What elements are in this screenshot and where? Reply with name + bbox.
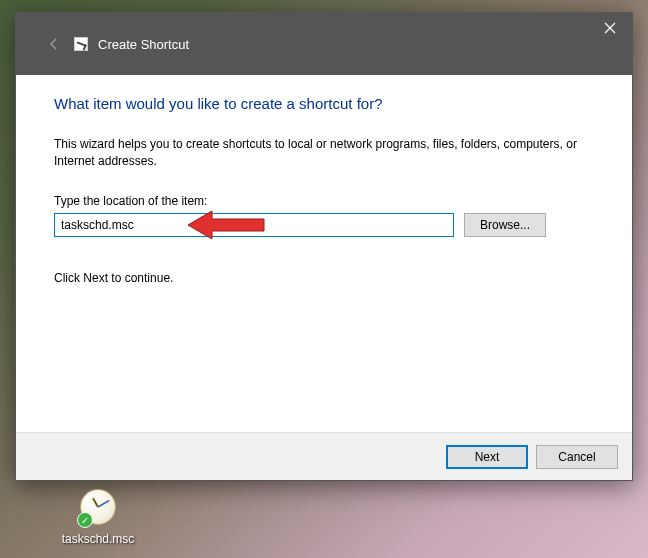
continue-text: Click Next to continue. [54, 271, 594, 285]
check-overlay-icon: ✓ [77, 512, 93, 528]
location-input[interactable] [54, 213, 454, 237]
location-row: Browse... [54, 213, 594, 237]
desktop-shortcut[interactable]: ✓ taskschd.msc [60, 486, 136, 546]
close-button[interactable] [587, 13, 632, 43]
cancel-button[interactable]: Cancel [536, 445, 618, 469]
titlebar: Create Shortcut [16, 13, 632, 75]
task-scheduler-icon: ✓ [77, 486, 119, 528]
dialog-footer: Next Cancel [16, 432, 632, 480]
dialog-content: What item would you like to create a sho… [16, 75, 632, 432]
location-label: Type the location of the item: [54, 194, 594, 208]
create-shortcut-dialog: Create Shortcut What item would you like… [15, 12, 633, 481]
next-button[interactable]: Next [446, 445, 528, 469]
dialog-title: Create Shortcut [98, 37, 189, 52]
back-button[interactable] [44, 34, 64, 54]
shortcut-icon [74, 37, 88, 51]
browse-button[interactable]: Browse... [464, 213, 546, 237]
dialog-description: This wizard helps you to create shortcut… [54, 136, 594, 170]
desktop-shortcut-label: taskschd.msc [60, 532, 136, 546]
dialog-heading: What item would you like to create a sho… [54, 95, 594, 112]
